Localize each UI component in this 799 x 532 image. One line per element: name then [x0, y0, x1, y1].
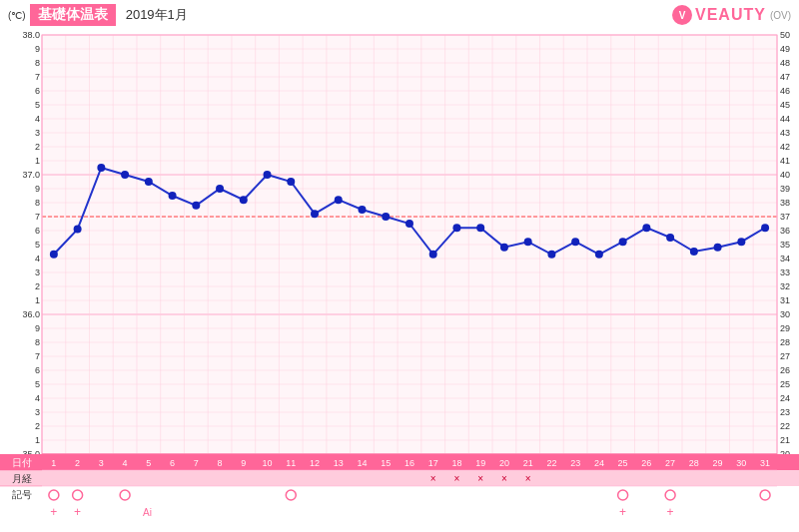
svg-text:1: 1	[35, 156, 40, 166]
svg-text:12: 12	[310, 458, 320, 468]
svg-text:24: 24	[594, 458, 604, 468]
svg-text:+: +	[74, 505, 81, 519]
svg-text:34: 34	[780, 254, 790, 264]
svg-text:1: 1	[35, 295, 40, 305]
svg-text:7: 7	[35, 351, 40, 361]
svg-text:+: +	[619, 505, 626, 519]
svg-text:19: 19	[475, 458, 485, 468]
svg-text:8: 8	[35, 198, 40, 208]
svg-text:21: 21	[780, 435, 790, 445]
svg-text:27: 27	[780, 351, 790, 361]
svg-text:5: 5	[35, 379, 40, 389]
svg-text:×: ×	[525, 473, 531, 484]
chart-area: generated below	[0, 30, 799, 532]
svg-text:26: 26	[641, 458, 651, 468]
svg-text:49: 49	[780, 44, 790, 54]
svg-text:5: 5	[146, 458, 151, 468]
svg-text:15: 15	[381, 458, 391, 468]
svg-point-142	[287, 178, 295, 186]
svg-text:28: 28	[780, 337, 790, 347]
svg-text:23: 23	[780, 407, 790, 417]
svg-point-148	[429, 251, 437, 259]
svg-point-153	[547, 251, 555, 259]
main-container: (℃) 基礎体温表 2019年1月 V VEAUTY (OV)	[0, 0, 799, 532]
svg-text:8: 8	[35, 337, 40, 347]
svg-text:6: 6	[35, 365, 40, 375]
svg-text:3: 3	[35, 128, 40, 138]
svg-point-135	[121, 171, 129, 179]
svg-point-155	[595, 251, 603, 259]
svg-text:×: ×	[430, 473, 436, 484]
svg-text:38.0: 38.0	[22, 30, 40, 40]
header-date: 2019年1月	[126, 6, 188, 24]
svg-text:18: 18	[451, 458, 461, 468]
period-row-label: 月経	[12, 473, 32, 484]
svg-text:29: 29	[780, 323, 790, 333]
svg-text:3: 3	[35, 407, 40, 417]
svg-text:30: 30	[780, 309, 790, 319]
svg-text:20: 20	[499, 458, 509, 468]
svg-point-147	[405, 220, 413, 228]
svg-text:2: 2	[35, 421, 40, 431]
header-unit: (℃)	[8, 10, 26, 21]
svg-text:35: 35	[780, 240, 790, 250]
svg-text:1: 1	[35, 435, 40, 445]
svg-text:22: 22	[546, 458, 556, 468]
svg-text:46: 46	[780, 86, 790, 96]
svg-text:21: 21	[523, 458, 533, 468]
svg-text:29: 29	[713, 458, 723, 468]
svg-text:36: 36	[780, 226, 790, 236]
svg-text:2: 2	[35, 281, 40, 291]
svg-text:24: 24	[780, 393, 790, 403]
svg-text:1: 1	[51, 458, 56, 468]
svg-text:6: 6	[35, 226, 40, 236]
svg-point-141	[264, 171, 272, 179]
svg-point-150	[476, 224, 484, 232]
svg-text:47: 47	[780, 72, 790, 82]
svg-text:25: 25	[618, 458, 628, 468]
svg-text:9: 9	[35, 184, 40, 194]
svg-text:50: 50	[780, 30, 790, 40]
svg-text:17: 17	[428, 458, 438, 468]
svg-point-145	[358, 206, 366, 214]
svg-text:3: 3	[99, 458, 104, 468]
header: (℃) 基礎体温表 2019年1月 V VEAUTY (OV)	[0, 0, 799, 30]
svg-text:45: 45	[780, 100, 790, 110]
svg-text:25: 25	[780, 379, 790, 389]
svg-text:7: 7	[35, 72, 40, 82]
svg-text:+: +	[667, 505, 674, 519]
svg-text:10: 10	[263, 458, 273, 468]
svg-text:8: 8	[35, 58, 40, 68]
svg-point-134	[97, 164, 105, 172]
svg-text:×: ×	[454, 473, 460, 484]
svg-text:44: 44	[780, 114, 790, 124]
svg-text:3: 3	[35, 267, 40, 277]
note-row-label: 記号	[12, 489, 32, 500]
svg-text:37: 37	[780, 212, 790, 222]
svg-text:31: 31	[760, 458, 770, 468]
svg-point-157	[642, 224, 650, 232]
svg-text:22: 22	[780, 421, 790, 431]
svg-text:36.0: 36.0	[22, 309, 40, 319]
svg-point-139	[216, 185, 224, 193]
svg-rect-163	[0, 454, 799, 470]
svg-text:38: 38	[780, 198, 790, 208]
svg-text:6: 6	[170, 458, 175, 468]
svg-text:2: 2	[75, 458, 80, 468]
svg-point-143	[311, 210, 319, 218]
svg-text:30: 30	[736, 458, 746, 468]
svg-point-151	[500, 244, 508, 252]
svg-text:28: 28	[689, 458, 699, 468]
svg-text:9: 9	[35, 323, 40, 333]
svg-text:×: ×	[477, 473, 483, 484]
svg-text:33: 33	[780, 267, 790, 277]
svg-point-132	[50, 251, 58, 259]
svg-text:41: 41	[780, 156, 790, 166]
svg-text:4: 4	[35, 254, 40, 264]
svg-text:V: V	[679, 10, 686, 21]
svg-text:8: 8	[218, 458, 223, 468]
svg-point-144	[335, 196, 343, 204]
svg-point-137	[169, 192, 177, 200]
svg-text:5: 5	[35, 240, 40, 250]
svg-point-158	[666, 234, 674, 242]
